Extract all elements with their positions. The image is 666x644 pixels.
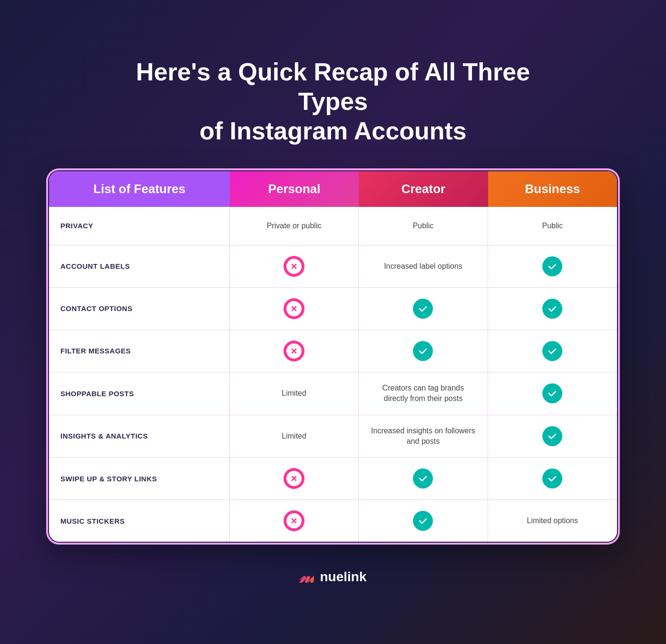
cell-creator [359,458,488,499]
cell-business [488,330,617,372]
table-row: SWIPE UP & STORY LINKS [49,457,617,499]
check-icon [542,299,562,319]
cell-feature: PRIVACY [49,207,230,245]
table-row: PRIVACYPrivate or publicPublicPublic [49,207,617,245]
table-row: INSIGHTS & ANALYTICSLimitedIncreased ins… [49,415,617,458]
cell-business [488,288,617,330]
cell-creator: Increased label options [359,245,488,287]
cell-feature: CONTACT OPTIONS [49,288,230,330]
check-icon [413,341,433,361]
col-features-header: List of Features [49,171,230,207]
cell-personal: Limited [230,415,359,458]
cell-creator [359,330,488,372]
check-icon [542,426,562,446]
check-icon [413,511,433,531]
table-header: List of Features Personal Creator Busine… [49,171,617,207]
cell-business [488,372,617,415]
cell-business [488,245,617,287]
cell-creator: Creators can tag brands directly from th… [359,372,488,415]
cell-personal: Private or public [230,207,359,245]
logo-section: 𝓃𝓁 nuelink [299,567,366,587]
cell-feature: SHOPPABLE POSTS [49,372,230,415]
cell-feature: ACCOUNT LABELS [49,245,230,287]
cell-feature: MUSIC STICKERS [49,500,230,542]
x-icon [284,510,304,531]
check-icon [542,256,562,276]
cell-personal [230,458,359,499]
table-row: CONTACT OPTIONS [49,287,617,330]
check-icon [413,468,433,488]
cell-creator: Public [359,207,488,245]
cell-creator: Increased insights on followers and post… [359,415,488,458]
cell-business [488,458,617,499]
check-icon [413,299,433,319]
x-icon [284,341,304,361]
cell-business: Limited options [488,500,617,542]
cell-business [488,415,617,458]
check-icon [542,341,562,361]
cell-feature: FILTER MESSAGES [49,330,230,372]
x-icon [284,256,304,277]
table-row: SHOPPABLE POSTSLimitedCreators can tag b… [49,372,617,415]
cell-personal [230,245,359,287]
check-icon [542,383,562,403]
logo-text: nuelink [320,569,366,585]
x-icon [284,298,304,319]
table-row: MUSIC STICKERS Limited options [49,499,617,542]
check-icon [542,468,562,488]
table-row: ACCOUNT LABELS Increased label options [49,245,617,287]
cell-feature: SWIPE UP & STORY LINKS [49,458,230,499]
x-icon [284,468,304,489]
cell-feature: INSIGHTS & ANALYTICS [49,415,230,458]
table-row: FILTER MESSAGES [49,330,617,372]
comparison-table: List of Features Personal Creator Busine… [48,170,618,544]
cell-creator [359,500,488,542]
col-business-header: Business [488,171,617,207]
col-creator-header: Creator [359,171,488,207]
cell-business: Public [488,207,617,245]
page-title: Here's a Quick Recap of All Three Types … [119,57,547,146]
logo-icon: 𝓃𝓁 [299,567,314,587]
cell-personal [230,500,359,542]
cell-personal [230,288,359,330]
cell-creator [359,288,488,330]
cell-personal: Limited [230,372,359,415]
table-body: PRIVACYPrivate or publicPublicPublicACCO… [49,207,617,542]
cell-personal [230,330,359,372]
col-personal-header: Personal [230,171,359,207]
